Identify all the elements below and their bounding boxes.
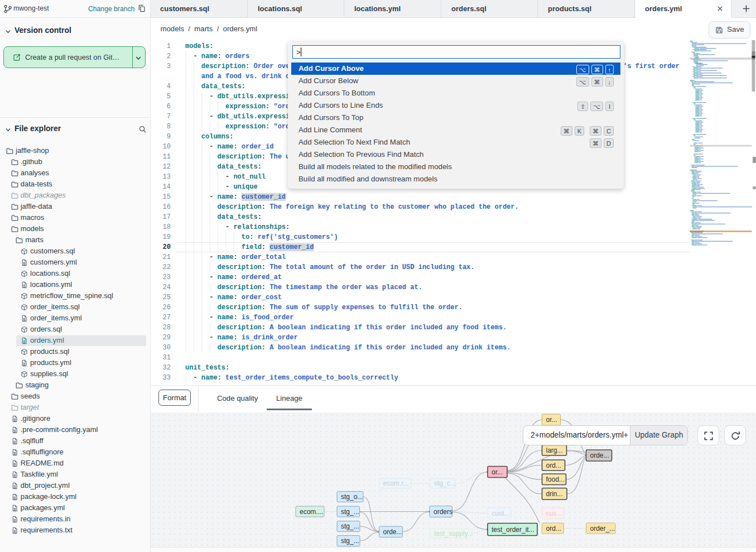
- svg-text:orde...: orde...: [383, 528, 402, 536]
- svg-text:cust...: cust...: [492, 510, 510, 517]
- svg-text:ecom.r...: ecom.r...: [383, 479, 409, 487]
- svg-text:test_order_it...: test_order_it...: [492, 526, 535, 534]
- svg-text:food...: food...: [546, 476, 565, 483]
- svg-text:ord...: ord...: [546, 525, 561, 532]
- svg-text:orders: orders: [434, 508, 452, 516]
- svg-text:ecom....: ecom....: [300, 508, 324, 516]
- svg-text:cus...: cus...: [546, 510, 562, 517]
- svg-text:orde...: orde...: [590, 452, 609, 459]
- svg-text:or...: or...: [492, 468, 503, 476]
- svg-text:stg_...: stg_...: [341, 537, 359, 545]
- svg-text:order_...: order_...: [590, 525, 615, 532]
- svg-text:test_supply...: test_supply...: [434, 530, 473, 537]
- svg-text:stg_o...: stg_o...: [341, 493, 363, 501]
- svg-text:drin...: drin...: [546, 490, 563, 498]
- svg-text:stg_...: stg_...: [341, 522, 359, 530]
- svg-text:stg_c...: stg_c...: [434, 479, 456, 487]
- svg-text:or...: or...: [546, 416, 557, 424]
- svg-text:ord...: ord...: [546, 462, 561, 469]
- svg-text:stg_...: stg_...: [341, 508, 359, 516]
- svg-text:larg...: larg...: [546, 447, 563, 454]
